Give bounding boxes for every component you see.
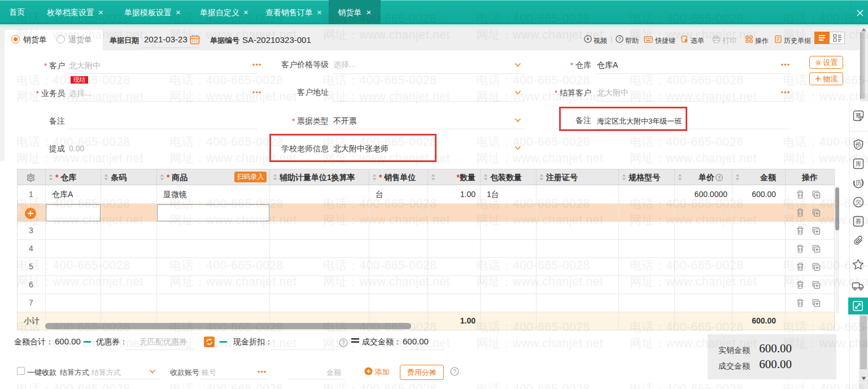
- svg-text:券: 券: [856, 218, 862, 225]
- svg-text:历: 历: [856, 180, 862, 186]
- svg-text:欠: 欠: [856, 199, 862, 206]
- svg-text:草: 草: [856, 112, 862, 119]
- svg-text:?: ?: [718, 175, 721, 181]
- svg-text:价: 价: [856, 141, 862, 148]
- svg-text:?: ?: [453, 369, 456, 375]
- svg-text:库: 库: [856, 160, 862, 167]
- svg-text:?: ?: [618, 36, 621, 42]
- svg-text:?: ?: [342, 340, 345, 346]
